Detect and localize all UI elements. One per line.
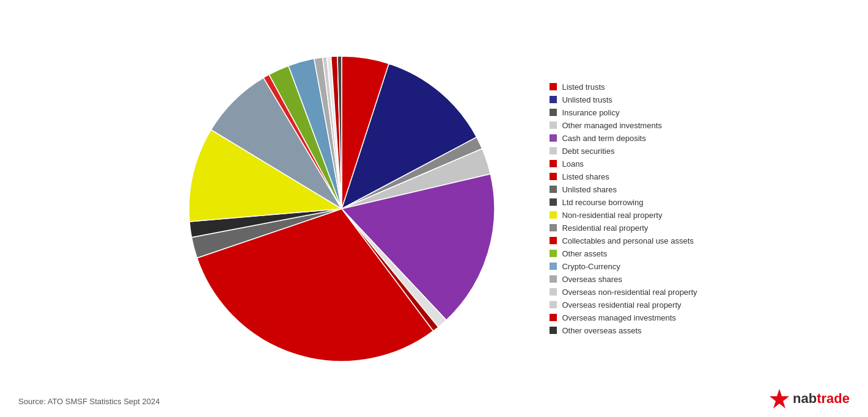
legend-item: Unlisted trusts	[550, 93, 697, 106]
legend-label: Debt securities	[562, 147, 614, 156]
legend-label: Other overseas assets	[562, 326, 641, 335]
legend-label: Ltd recourse borrowing	[562, 198, 643, 207]
legend-item: Overseas non-residential real property	[550, 286, 697, 299]
legend-item: Loans	[550, 158, 697, 170]
legend-swatch	[550, 275, 557, 283]
legend-label: Overseas shares	[562, 275, 622, 284]
nabtrade-logo: nabtrade	[768, 388, 850, 410]
legend-swatch	[550, 160, 557, 167]
legend-item: Non-residential real property	[550, 209, 697, 222]
legend-label: Collectables and personal use assets	[562, 236, 693, 245]
legend-swatch	[550, 263, 557, 270]
legend-label: Listed shares	[562, 172, 609, 181]
legend-swatch	[550, 198, 557, 206]
legend-swatch	[550, 237, 557, 244]
legend-label: Residential real property	[562, 223, 648, 233]
legend-item: Listed shares	[550, 170, 697, 183]
legend-swatch	[550, 314, 557, 321]
legend-item: Crypto-Currency	[550, 260, 697, 273]
legend-item: Listed trusts	[550, 81, 697, 93]
nabtrade-brand-text: nabtrade	[793, 391, 850, 407]
chart-container: Listed trusts Unlisted trusts Insurance …	[0, 0, 868, 417]
legend-swatch	[550, 109, 557, 116]
source-citation: Source: ATO SMSF Statistics Sept 2024	[18, 397, 160, 406]
legend-label: Overseas residential real property	[562, 300, 681, 310]
legend-label: Unlisted trusts	[562, 95, 612, 104]
legend-label: Non-residential real property	[562, 211, 662, 220]
legend: Listed trusts Unlisted trusts Insurance …	[550, 81, 697, 337]
legend-item: Other overseas assets	[550, 324, 697, 337]
legend-item: Insurance policy	[550, 106, 697, 119]
legend-swatch	[550, 327, 557, 334]
legend-item: Other managed investments	[550, 119, 697, 132]
legend-item: Residential real property	[550, 222, 697, 234]
pie-chart	[171, 38, 513, 380]
legend-label: Crypto-Currency	[562, 262, 620, 271]
legend-swatch	[550, 288, 557, 296]
legend-label: Loans	[562, 159, 583, 169]
legend-label: Other managed investments	[562, 121, 661, 130]
legend-label: Other assets	[562, 249, 607, 258]
legend-label: Overseas managed investments	[562, 313, 675, 322]
legend-item: Overseas residential real property	[550, 299, 697, 311]
legend-item: Cash and term deposits	[550, 132, 697, 145]
nabtrade-star-icon	[768, 388, 790, 410]
legend-label: Overseas non-residential real property	[562, 288, 697, 297]
legend-swatch	[550, 173, 557, 180]
legend-swatch	[550, 121, 557, 129]
legend-swatch	[550, 186, 557, 193]
legend-item: Debt securities	[550, 145, 697, 158]
legend-label: Cash and term deposits	[562, 134, 645, 143]
legend-swatch	[550, 147, 557, 154]
legend-item: Collectables and personal use assets	[550, 234, 697, 247]
legend-swatch	[550, 211, 557, 219]
legend-swatch	[550, 134, 557, 142]
legend-label: Insurance policy	[562, 108, 619, 117]
legend-swatch	[550, 224, 557, 231]
legend-swatch	[550, 96, 557, 103]
pie-svg	[177, 44, 507, 374]
legend-swatch	[550, 83, 557, 90]
legend-swatch	[550, 250, 557, 257]
svg-marker-0	[770, 389, 789, 408]
legend-item: Overseas shares	[550, 273, 697, 286]
legend-item: Overseas managed investments	[550, 311, 697, 324]
legend-item: Unlisted shares	[550, 183, 697, 196]
legend-item: Other assets	[550, 247, 697, 260]
legend-label: Unlisted shares	[562, 185, 617, 194]
legend-swatch	[550, 301, 557, 308]
legend-item: Ltd recourse borrowing	[550, 196, 697, 209]
legend-label: Listed trusts	[562, 82, 605, 92]
